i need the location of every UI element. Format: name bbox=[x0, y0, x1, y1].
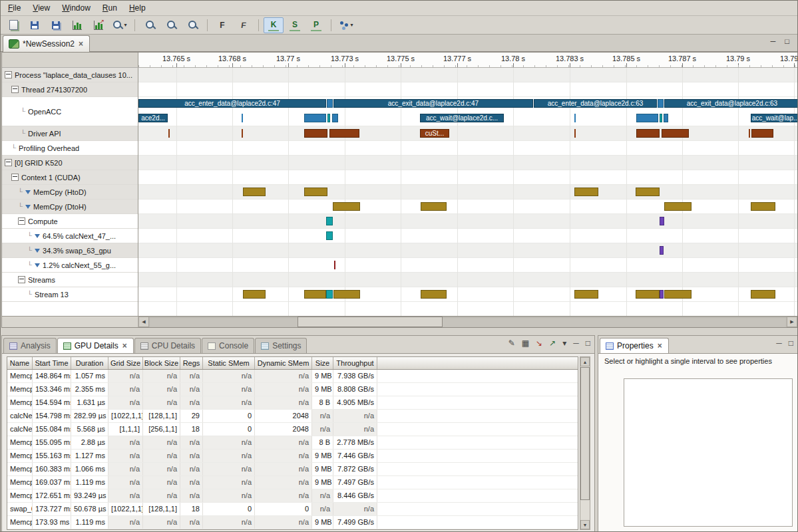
next-marker-button[interactable]: F bbox=[212, 17, 232, 33]
column-header-block-size[interactable]: Block Size bbox=[143, 357, 180, 369]
column-header-grid-size[interactable]: Grid Size bbox=[108, 357, 143, 369]
group-by-button[interactable]: ▦ bbox=[522, 338, 529, 348]
table-row[interactable]: Memcpy148.864 ms1.057 msn/an/an/an/an/a9… bbox=[7, 370, 578, 383]
maximize-view-button[interactable]: □ bbox=[785, 37, 789, 45]
timeline-interval[interactable]: acc_wait@laplace2d.c... bbox=[420, 114, 504, 122]
timeline-interval[interactable] bbox=[333, 290, 360, 299]
column-header-name[interactable]: Name bbox=[7, 357, 33, 369]
row-memcpy-htod-label[interactable]: └MemCpy (HtoD) bbox=[2, 185, 138, 200]
table-row[interactable]: Memcpy153.346 ms2.355 msn/an/an/an/an/a9… bbox=[7, 383, 578, 396]
timeline-interval[interactable] bbox=[304, 290, 326, 299]
minimize-panel-button[interactable]: ─ bbox=[776, 338, 782, 348]
export-report-button[interactable] bbox=[89, 17, 108, 33]
collapse-expander-icon[interactable] bbox=[18, 276, 25, 283]
timeline-interval[interactable] bbox=[421, 202, 447, 211]
row-stream-13-label[interactable]: └Stream 13 bbox=[2, 287, 138, 302]
timeline-interval[interactable] bbox=[326, 231, 333, 240]
maximize-panel-button[interactable]: □ bbox=[586, 338, 590, 348]
row-driver-api-label[interactable]: └Driver API bbox=[2, 126, 138, 141]
row-thread-label[interactable]: Thread 2741307200 bbox=[2, 82, 138, 97]
timeline-interval[interactable] bbox=[664, 114, 668, 122]
column-header-dynamic-smem[interactable]: Dynamic SMem bbox=[255, 357, 312, 369]
tab-gpu-details[interactable]: GPU Details× bbox=[57, 338, 134, 353]
scroll-right-button[interactable]: ▶ bbox=[787, 317, 797, 327]
column-header-duration[interactable]: Duration bbox=[71, 357, 108, 369]
timeline-interval[interactable] bbox=[304, 188, 327, 196]
filter-funnel-icon[interactable] bbox=[35, 249, 40, 253]
table-row[interactable]: Memcpy154.594 ms1.631 µsn/an/an/an/an/a8… bbox=[7, 396, 578, 410]
column-header-throughput[interactable]: Throughput bbox=[333, 357, 377, 369]
timeline-interval[interactable] bbox=[636, 290, 660, 299]
filter-funnel-icon[interactable] bbox=[35, 263, 40, 267]
menu-help[interactable]: Help bbox=[123, 1, 152, 15]
minimize-view-button[interactable]: ─ bbox=[771, 37, 776, 45]
timeline-interval[interactable] bbox=[243, 290, 266, 299]
timeline-interval[interactable] bbox=[304, 114, 326, 122]
timeline-interval[interactable] bbox=[242, 129, 243, 138]
zoom-out-button[interactable] bbox=[161, 17, 181, 33]
timeline-interval[interactable] bbox=[660, 217, 664, 225]
row-profiling-overhead-label[interactable]: └Profiling Overhead bbox=[2, 141, 138, 156]
menu-view[interactable]: View bbox=[27, 1, 56, 15]
timeline-interval[interactable]: ace2d... bbox=[138, 114, 168, 122]
collapse-expander-icon[interactable] bbox=[5, 159, 12, 166]
scroll-down-button[interactable]: ▼ bbox=[580, 520, 590, 529]
stream-view-button[interactable]: S bbox=[285, 17, 305, 33]
minimize-panel-button[interactable]: ─ bbox=[573, 338, 579, 348]
timeline-interval[interactable] bbox=[751, 202, 775, 211]
zoom-fit-button[interactable] bbox=[182, 17, 202, 33]
column-header-regs[interactable]: Regs bbox=[180, 357, 203, 369]
row-kernel-calcnext-47-label[interactable]: └64.5% calcNext_47_... bbox=[2, 229, 138, 243]
row-compute-label[interactable]: Compute bbox=[2, 214, 138, 229]
scroll-left-button[interactable]: ◀ bbox=[138, 317, 149, 327]
column-header-static-smem[interactable]: Static SMem bbox=[203, 357, 255, 369]
timeline-interval[interactable] bbox=[243, 188, 266, 196]
new-session-button[interactable] bbox=[3, 17, 23, 33]
generate-timeline-button[interactable] bbox=[67, 17, 87, 33]
timeline-interval[interactable]: acc_exit_data@laplace2d.c:47 bbox=[333, 99, 533, 108]
save-session-button[interactable] bbox=[25, 17, 45, 33]
zoom-tool-button[interactable]: ▾ bbox=[110, 17, 130, 33]
row-kernel-calcnext-55-label[interactable]: └1.2% calcNext_55_g... bbox=[2, 258, 138, 273]
tab-cpu-details[interactable]: CPU Details bbox=[134, 338, 201, 353]
timeline-interval[interactable] bbox=[749, 129, 750, 138]
scrollbar-track[interactable] bbox=[149, 317, 787, 327]
timeline-interval[interactable] bbox=[636, 188, 660, 196]
timeline-interval[interactable]: acc_exit_data@laplace2d.c:63 bbox=[664, 99, 797, 108]
timeline-interval[interactable] bbox=[332, 114, 338, 122]
timeline-interval[interactable]: acc_enter_data@laplace2d.c:63 bbox=[534, 99, 657, 108]
maximize-panel-button[interactable]: □ bbox=[789, 338, 793, 348]
timeline-interval[interactable] bbox=[574, 188, 598, 196]
timeline-interval[interactable]: cuSt... bbox=[420, 129, 449, 138]
row-context-1-cuda-label[interactable]: Context 1 (CUDA) bbox=[2, 170, 138, 185]
highlight-mode-button[interactable]: ✎ bbox=[508, 338, 515, 348]
tab-properties[interactable]: Properties × bbox=[600, 338, 669, 353]
save-all-button[interactable] bbox=[46, 17, 66, 33]
timeline-interval[interactable] bbox=[327, 99, 333, 108]
timeline-interval[interactable] bbox=[574, 290, 598, 299]
table-row[interactable]: Memcpy155.163 ms1.127 msn/an/an/an/an/a9… bbox=[7, 450, 578, 463]
timeline-interval[interactable] bbox=[327, 114, 330, 122]
timeline-interval[interactable] bbox=[334, 261, 335, 269]
prev-marker-button[interactable]: F bbox=[234, 17, 254, 33]
row-streams-label[interactable]: Streams bbox=[2, 273, 138, 287]
filter-funnel-icon[interactable] bbox=[35, 234, 40, 238]
timeline-interval[interactable] bbox=[664, 202, 692, 211]
table-row[interactable]: Memcpy160.383 ms1.066 msn/an/an/an/an/a9… bbox=[7, 463, 578, 476]
table-row[interactable]: Memcpy173.93 ms1.119 msn/an/an/an/an/a9 … bbox=[7, 516, 578, 529]
timeline-interval[interactable] bbox=[751, 129, 773, 138]
column-header-start-time[interactable]: Start Time bbox=[33, 357, 71, 369]
timeline-interval[interactable] bbox=[660, 114, 662, 122]
timeline-interval[interactable]: acc_wait@lap... bbox=[751, 114, 797, 122]
collapse-expander-icon[interactable] bbox=[11, 86, 19, 93]
table-row[interactable]: calcNext155.084 ms5.568 µs[1,1,1][256,1,… bbox=[7, 423, 578, 436]
timeline-interval[interactable] bbox=[329, 129, 359, 138]
row-filler-label[interactable] bbox=[2, 302, 138, 316]
timeline-interval[interactable]: acc_enter_data@laplace2d.c:47 bbox=[138, 99, 326, 108]
tab-settings[interactable]: Settings bbox=[255, 338, 307, 353]
session-tab[interactable]: *NewSession2 × bbox=[3, 35, 90, 52]
row-memcpy-dtoh-label[interactable]: └MemCpy (DtoH) bbox=[2, 200, 138, 214]
timeline-interval[interactable] bbox=[421, 290, 447, 299]
timeline-interval[interactable] bbox=[636, 114, 658, 122]
timeline-interval[interactable] bbox=[660, 290, 664, 299]
